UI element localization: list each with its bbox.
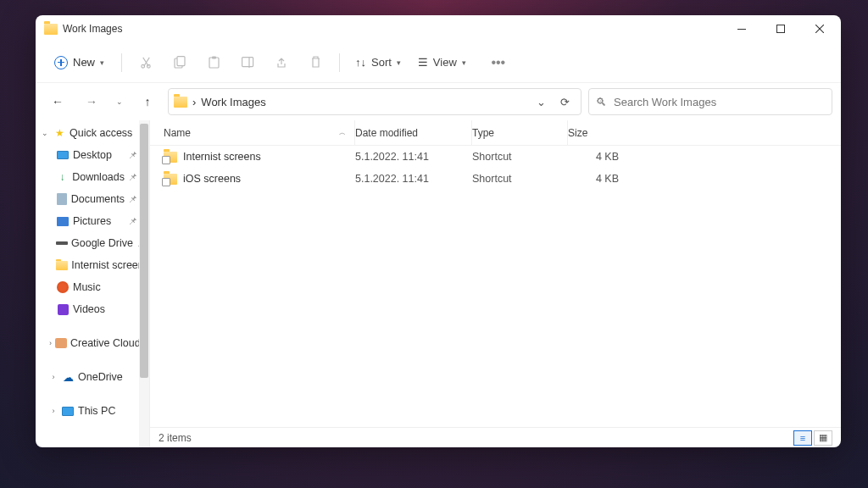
item-count: 2 items: [159, 432, 192, 444]
desktop-icon: [57, 151, 69, 159]
chevron-down-icon: ▾: [462, 58, 466, 67]
file-type: Shortcut: [472, 151, 568, 163]
sidebar-item-downloads[interactable]: ↓ Downloads 📌︎: [36, 166, 149, 188]
refresh-button[interactable]: ⟳: [554, 96, 576, 108]
search-input[interactable]: [614, 96, 825, 108]
view-toggles: ≡ ▦: [793, 430, 832, 446]
svg-rect-6: [209, 58, 219, 68]
back-button[interactable]: ←: [44, 88, 71, 115]
maximize-button[interactable]: [761, 15, 800, 42]
sort-button[interactable]: ↑↓ Sort ▾: [348, 51, 408, 74]
address-actions: ⌄ ⟳: [530, 96, 576, 108]
sidebar-item-creative-cloud[interactable]: › Creative Cloud Files: [36, 332, 149, 354]
file-date: 5.1.2022. 11:41: [355, 151, 472, 163]
file-name: Internist screens: [183, 151, 261, 163]
svg-point-2: [141, 64, 144, 68]
file-name: iOS screens: [183, 173, 241, 185]
col-type[interactable]: Type: [472, 120, 568, 145]
svg-rect-8: [242, 58, 253, 67]
paste-button[interactable]: [198, 47, 229, 78]
details-view-button[interactable]: ≡: [793, 430, 812, 446]
file-list: Internist screens 5.1.2022. 11:41 Shortc…: [150, 146, 841, 427]
sidebar: ⌄ ★ Quick access Desktop 📌︎ ↓ Downloads …: [36, 120, 150, 447]
collapse-icon[interactable]: ⌄: [41, 129, 49, 137]
sidebar-item-desktop[interactable]: Desktop 📌︎: [36, 144, 149, 166]
scrollbar-thumb[interactable]: [140, 124, 148, 378]
history-dropdown[interactable]: ⌄: [530, 96, 552, 108]
video-icon: [58, 304, 69, 315]
rename-button[interactable]: [232, 47, 263, 78]
separator: [339, 53, 340, 72]
search-box[interactable]: 🔍︎: [588, 88, 832, 115]
sidebar-scrollbar[interactable]: [139, 120, 149, 447]
sidebar-label: Quick access: [70, 127, 132, 139]
view-button[interactable]: ☰ View ▾: [411, 51, 473, 74]
window-controls: [722, 15, 839, 42]
folder-icon: [56, 261, 68, 270]
pin-icon: 📌︎: [128, 194, 137, 204]
svg-rect-5: [177, 57, 185, 66]
content-area: Name ︿ Date modified Type Size Internist…: [150, 120, 841, 447]
sidebar-label: Music: [73, 281, 101, 293]
sidebar-label: This PC: [78, 405, 115, 417]
titlebar: Work Images: [36, 15, 841, 42]
sidebar-label: Internist screens: [71, 259, 149, 271]
pin-icon: 📌︎: [128, 216, 137, 226]
minimize-button[interactable]: [722, 15, 761, 42]
sort-label: Sort: [371, 56, 392, 69]
sidebar-label: Desktop: [73, 149, 112, 161]
close-button[interactable]: [800, 15, 839, 42]
file-type: Shortcut: [472, 173, 568, 185]
nav-row: ← → ⌄ ↑ › Work Images ⌄ ⟳ 🔍︎: [36, 83, 841, 120]
body: ⌄ ★ Quick access Desktop 📌︎ ↓ Downloads …: [36, 120, 841, 447]
file-row[interactable]: Internist screens 5.1.2022. 11:41 Shortc…: [150, 146, 841, 168]
svg-rect-1: [777, 25, 785, 33]
file-explorer-window: Work Images New ▾ ↑↓ Sort ▾ ☰ View ▾: [36, 15, 841, 447]
col-date[interactable]: Date modified: [355, 120, 472, 145]
col-name[interactable]: Name ︿: [159, 120, 355, 145]
share-button[interactable]: [266, 47, 297, 78]
folder-icon: [44, 24, 58, 35]
sidebar-item-documents[interactable]: Documents 📌︎: [36, 188, 149, 210]
file-size: 4 KB: [568, 151, 626, 163]
new-button[interactable]: New ▾: [46, 51, 113, 75]
col-label: Size: [568, 127, 587, 139]
sidebar-label: Documents: [71, 193, 125, 205]
plus-icon: [54, 56, 68, 69]
new-label: New: [73, 56, 95, 69]
sidebar-item-this-pc[interactable]: › This PC: [36, 400, 149, 422]
sidebar-item-internist[interactable]: Internist screens: [36, 254, 149, 276]
sidebar-item-onedrive[interactable]: › ☁ OneDrive: [36, 366, 149, 388]
col-size[interactable]: Size: [568, 120, 626, 145]
sidebar-label: Downloads: [72, 171, 125, 183]
column-headers: Name ︿ Date modified Type Size: [150, 120, 841, 146]
search-icon: 🔍︎: [596, 96, 607, 108]
col-label: Name: [164, 127, 191, 139]
more-button[interactable]: •••: [483, 47, 514, 78]
sidebar-item-videos[interactable]: Videos: [36, 298, 149, 320]
path-segment[interactable]: Work Images: [201, 96, 265, 108]
sidebar-item-google-drive[interactable]: Google Drive 📌︎: [36, 232, 149, 254]
sidebar-item-pictures[interactable]: Pictures 📌︎: [36, 210, 149, 232]
expand-icon[interactable]: ›: [49, 339, 52, 347]
col-label: Type: [472, 127, 494, 139]
folder-icon: [174, 97, 187, 108]
download-icon: ↓: [56, 171, 69, 183]
delete-button[interactable]: [300, 47, 331, 78]
thumbnails-view-button[interactable]: ▦: [814, 430, 832, 446]
address-bar[interactable]: › Work Images ⌄ ⟳: [168, 88, 581, 115]
up-button[interactable]: ↑: [134, 88, 161, 115]
sidebar-label: Videos: [73, 303, 105, 315]
chevron-down-icon: ▾: [397, 58, 401, 67]
file-row[interactable]: iOS screens 5.1.2022. 11:41 Shortcut 4 K…: [150, 168, 841, 190]
cut-button[interactable]: [131, 47, 161, 78]
file-size: 4 KB: [568, 173, 626, 185]
sidebar-quick-access[interactable]: ⌄ ★ Quick access: [36, 122, 149, 144]
sidebar-item-music[interactable]: Music: [36, 276, 149, 298]
forward-button[interactable]: →: [78, 88, 105, 115]
recent-button[interactable]: ⌄: [112, 88, 127, 115]
expand-icon[interactable]: ›: [49, 373, 58, 381]
pc-icon: [62, 407, 74, 416]
expand-icon[interactable]: ›: [49, 407, 58, 415]
copy-button[interactable]: [164, 47, 195, 78]
